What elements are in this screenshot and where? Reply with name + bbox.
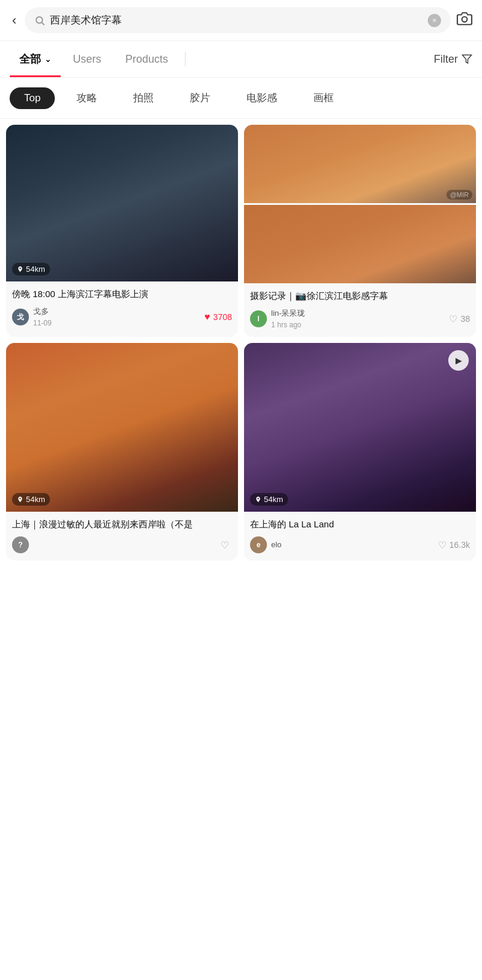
location-badge: 54km (12, 493, 50, 506)
card-image: 54km (6, 343, 238, 512)
author-avatar: ? (12, 536, 29, 553)
like-button[interactable]: ♡ (221, 539, 232, 551)
heart-icon: ♡ (449, 313, 457, 325)
location-icon (255, 496, 261, 503)
chevron-down-icon: ⌄ (45, 55, 51, 64)
author-wrap: 戈 戈多 11-09 (12, 307, 52, 328)
card-title: 摄影记录｜📷徐汇滨江电影感字幕 (250, 289, 470, 303)
heart-icon: ♥ (204, 312, 210, 322)
category-bar: Top攻略拍照胶片电影感画框 (0, 78, 482, 119)
card-image-dual: @MIR (244, 125, 476, 283)
search-bar: ‹ 西岸美术馆字幕 × (0, 0, 482, 41)
author-date: 11-09 (33, 319, 52, 327)
category-pill-painting[interactable]: 画框 (299, 86, 348, 110)
search-icon (34, 15, 45, 26)
heart-icon: ♡ (221, 539, 229, 551)
like-count: 16.3k (449, 540, 470, 550)
location-badge: 54km (250, 493, 288, 506)
card-card4[interactable]: 54km ▶ 在上海的 La La Land e elo ♡ 16.3k (244, 343, 476, 561)
location-icon (17, 496, 23, 503)
card-meta: e elo ♡ 16.3k (250, 536, 470, 553)
filter-label: Filter (434, 53, 458, 66)
author-info: lin-呆呆珑 1 hrs ago (271, 309, 305, 330)
like-count: 38 (460, 314, 470, 324)
author-date: 1 hrs ago (271, 321, 301, 329)
back-button[interactable]: ‹ (10, 10, 19, 31)
card-title: 傍晚 18:00 上海滨江字幕电影上演 (12, 287, 232, 301)
location-badge: 54km (12, 263, 50, 275)
category-pill-top[interactable]: Top (10, 87, 55, 109)
author-info: 戈多 11-09 (33, 307, 52, 328)
tab-products[interactable]: Products (113, 42, 180, 77)
camera-icon (457, 11, 472, 27)
card-meta: ? ♡ (12, 536, 232, 553)
like-button[interactable]: ♡ 16.3k (438, 539, 470, 551)
card-image: 54km ▶ (244, 343, 476, 512)
card-info: 在上海的 La La Land e elo ♡ 16.3k (244, 512, 476, 561)
like-count: 3708 (213, 312, 232, 322)
author-avatar: e (250, 536, 267, 553)
author-avatar: 戈 (12, 309, 29, 325)
tab-divider (185, 52, 186, 66)
card-meta: 戈 戈多 11-09 ♥ 3708 (12, 307, 232, 328)
camera-button[interactable] (457, 11, 472, 30)
card-info: 傍晚 18:00 上海滨江字幕电影上演 戈 戈多 11-09 ♥ 3708 (6, 281, 238, 335)
card-card2[interactable]: @MIR 摄影记录｜📷徐汇滨江电影感字幕 l lin-呆呆珑 1 hrs ago… (244, 125, 476, 337)
tab-navigation: 全部 ⌄ Users Products Filter (0, 41, 482, 78)
tab-all[interactable]: 全部 ⌄ (10, 41, 61, 77)
clear-button[interactable]: × (428, 14, 441, 27)
svg-point-2 (462, 16, 468, 22)
tab-users[interactable]: Users (61, 42, 113, 77)
filter-icon (462, 54, 472, 64)
author-name: 戈多 (33, 307, 52, 317)
card-info: 上海｜浪漫过敏的人最近就别来西岸啦（不是 ? ♡ (6, 512, 238, 561)
card-image: 54km (6, 125, 238, 281)
play-button[interactable]: ▶ (448, 350, 469, 371)
svg-line-1 (42, 22, 45, 25)
card-card1[interactable]: 54km 傍晚 18:00 上海滨江字幕电影上演 戈 戈多 11-09 ♥ 37… (6, 125, 238, 337)
category-pill-cinematic[interactable]: 电影感 (232, 86, 292, 110)
heart-icon: ♡ (438, 539, 446, 551)
author-wrap: l lin-呆呆珑 1 hrs ago (250, 309, 305, 330)
location-icon (17, 266, 23, 272)
author-name: lin-呆呆珑 (271, 309, 305, 319)
like-button[interactable]: ♥ 3708 (204, 312, 232, 322)
filter-button[interactable]: Filter (434, 42, 472, 77)
author-avatar: l (250, 310, 267, 327)
tab-all-label: 全部 (19, 52, 41, 66)
category-pill-strategy[interactable]: 攻略 (62, 86, 111, 110)
card-title: 在上海的 La La Land (250, 518, 470, 531)
search-input-wrap[interactable]: 西岸美术馆字幕 × (25, 7, 451, 33)
search-query[interactable]: 西岸美术馆字幕 (50, 13, 423, 27)
like-button[interactable]: ♡ 38 (449, 313, 470, 325)
card-title: 上海｜浪漫过敏的人最近就别来西岸啦（不是 (12, 518, 232, 531)
content-grid: 54km 傍晚 18:00 上海滨江字幕电影上演 戈 戈多 11-09 ♥ 37… (0, 119, 482, 567)
card-meta: l lin-呆呆珑 1 hrs ago ♡ 38 (250, 309, 470, 330)
author-name: elo (271, 540, 281, 550)
svg-point-0 (36, 17, 43, 24)
author-wrap: e elo (250, 536, 281, 553)
svg-marker-3 (463, 55, 472, 63)
author-wrap: ? (12, 536, 33, 553)
card-info: 摄影记录｜📷徐汇滨江电影感字幕 l lin-呆呆珑 1 hrs ago ♡ 38 (244, 283, 476, 337)
card-card3[interactable]: 54km 上海｜浪漫过敏的人最近就别来西岸啦（不是 ? ♡ (6, 343, 238, 561)
category-pill-photo[interactable]: 拍照 (119, 86, 168, 110)
author-info: elo (271, 540, 281, 550)
category-pill-film[interactable]: 胶片 (175, 86, 225, 110)
